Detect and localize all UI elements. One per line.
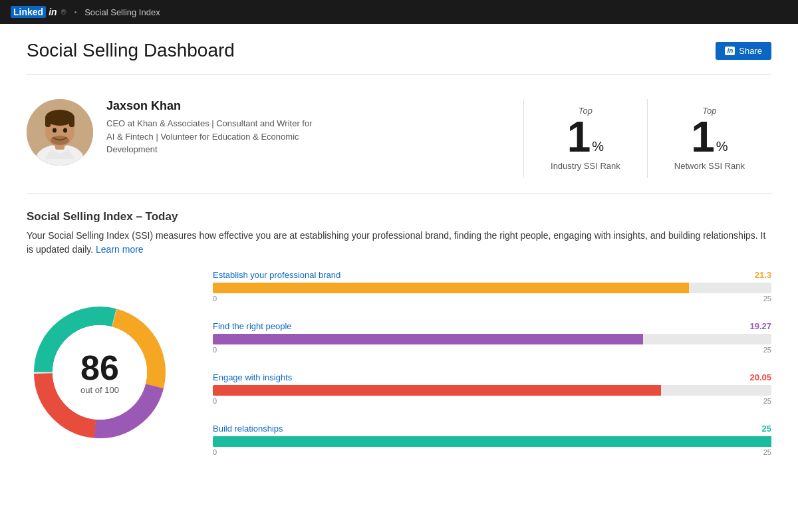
bar-axis-max-people: 25 xyxy=(763,346,771,354)
bar-axis-insights: 0 25 xyxy=(213,397,771,405)
bar-name-insights: Engage with insights xyxy=(213,372,292,382)
network-rank: Top 1 % Network SSI Rank xyxy=(647,99,771,178)
bar-item-brand: Establish your professional brand 21.3 0… xyxy=(213,270,771,303)
page-header: Social Selling Dashboard in Share xyxy=(27,40,771,61)
bar-fill-insights xyxy=(213,385,661,396)
bar-header-relationships: Build relationships 25 xyxy=(213,424,771,434)
bar-axis-min-relationships: 0 xyxy=(213,448,217,456)
page-title: Social Selling Dashboard xyxy=(27,40,235,61)
registered-mark: ® xyxy=(61,8,66,16)
bar-item-insights: Engage with insights 20.05 0 25 xyxy=(213,372,771,405)
bar-header-people: Find the right people 19.27 xyxy=(213,321,771,331)
bar-item-people: Find the right people 19.27 0 25 xyxy=(213,321,771,354)
linkedin-box-logo: Linked xyxy=(11,6,46,18)
bar-value-brand: 21.3 xyxy=(755,270,771,280)
bar-axis-relationships: 0 25 xyxy=(213,448,771,456)
bar-axis-min-insights: 0 xyxy=(213,397,217,405)
bar-value-insights: 20.05 xyxy=(749,372,771,382)
bar-header-brand: Establish your professional brand 21.3 xyxy=(213,270,771,280)
bar-track-brand xyxy=(213,283,771,293)
share-label: Share xyxy=(739,46,762,56)
share-in-icon: in xyxy=(725,47,735,55)
bar-value-people: 19.27 xyxy=(749,321,771,331)
main-content: Social Selling Dashboard in Share xyxy=(13,24,785,491)
industry-rank-label: Industry SSI Rank xyxy=(551,161,620,171)
bar-track-people xyxy=(213,334,771,344)
bar-track-relationships xyxy=(213,436,771,447)
bar-value-relationships: 25 xyxy=(762,424,771,434)
profile-info: Jaxson Khan CEO at Khan & Associates | C… xyxy=(106,99,523,156)
svg-rect-6 xyxy=(69,118,74,127)
bar-item-relationships: Build relationships 25 0 25 xyxy=(213,424,771,456)
network-rank-number: 1 xyxy=(691,116,715,158)
bar-axis-min: 0 xyxy=(213,295,217,303)
industry-rank: Top 1 % Industry SSI Rank xyxy=(523,99,647,178)
network-rank-number-row: 1 % xyxy=(674,116,745,158)
bar-axis-people: 0 25 xyxy=(213,346,771,354)
ssi-description: Your Social Selling Index (SSI) measures… xyxy=(27,229,771,257)
bar-axis-min-people: 0 xyxy=(213,346,217,354)
bar-name-people: Find the right people xyxy=(213,321,292,331)
bar-axis-max-relationships: 25 xyxy=(763,448,771,456)
donut-chart: 86 out of 100 xyxy=(27,299,173,446)
nav-separator: • xyxy=(74,9,77,16)
network-rank-percent: % xyxy=(716,139,728,154)
linkedin-in: in xyxy=(49,7,57,17)
ssi-ranks: Top 1 % Industry SSI Rank Top 1 % Networ… xyxy=(523,99,771,178)
donut-score: 86 xyxy=(80,350,119,385)
bar-name-relationships: Build relationships xyxy=(213,424,283,434)
bar-header-insights: Engage with insights 20.05 xyxy=(213,372,771,382)
bar-fill-relationships xyxy=(213,436,771,447)
bar-track-insights xyxy=(213,385,771,396)
bar-axis-max-insights: 25 xyxy=(763,397,771,405)
learn-more-link[interactable]: Learn more xyxy=(96,244,144,255)
header-divider xyxy=(27,74,771,75)
svg-rect-5 xyxy=(45,118,51,127)
svg-point-9 xyxy=(51,136,69,145)
industry-rank-percent: % xyxy=(592,139,604,154)
ssi-today-title: Social Selling Index – Today xyxy=(27,210,771,223)
profile-section: Jaxson Khan CEO at Khan & Associates | C… xyxy=(27,88,771,194)
bar-fill-brand xyxy=(213,283,689,293)
linkedin-logo: Linked in ® xyxy=(11,6,66,18)
profile-name: Jaxson Khan xyxy=(106,99,523,113)
bar-charts: Establish your professional brand 21.3 0… xyxy=(213,270,771,475)
share-button[interactable]: in Share xyxy=(716,42,771,60)
bar-name-brand: Establish your professional brand xyxy=(213,270,340,280)
donut-label: out of 100 xyxy=(80,385,119,395)
bar-fill-people xyxy=(213,334,643,344)
ssi-today-section: Social Selling Index – Today Your Social… xyxy=(27,210,771,257)
profile-bio: CEO at Khan & Associates | Consultant an… xyxy=(106,117,319,156)
industry-rank-number: 1 xyxy=(567,116,591,158)
svg-point-8 xyxy=(63,128,67,133)
nav-title: Social Selling Index xyxy=(84,7,160,17)
network-rank-label: Network SSI Rank xyxy=(674,161,745,171)
chart-section: 86 out of 100 Establish your professiona… xyxy=(27,270,771,475)
avatar xyxy=(27,99,93,166)
industry-rank-number-row: 1 % xyxy=(551,116,620,158)
donut-center: 86 out of 100 xyxy=(80,350,119,395)
bar-axis-brand: 0 25 xyxy=(213,295,771,303)
top-nav: Linked in ® • Social Selling Index xyxy=(0,0,798,24)
bar-axis-max: 25 xyxy=(763,295,771,303)
svg-point-7 xyxy=(53,128,57,133)
